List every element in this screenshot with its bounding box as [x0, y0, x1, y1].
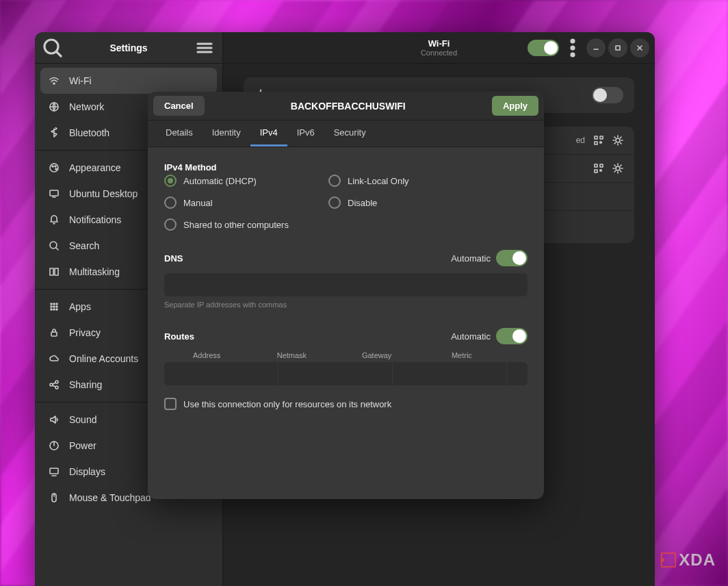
radio-label: Shared to other computers: [183, 220, 289, 230]
svg-rect-55: [600, 170, 601, 171]
sidebar-item-wi-fi[interactable]: Wi-Fi: [40, 68, 217, 94]
bluetooth-icon: [49, 127, 60, 138]
sidebar-item-label: Displays: [69, 466, 105, 477]
maximize-icon: [614, 44, 621, 51]
ipv4-method-disable[interactable]: Disable: [328, 196, 452, 209]
radio-label: Manual: [183, 198, 213, 208]
svg-point-17: [51, 303, 52, 305]
sidebar-search-button[interactable]: [42, 37, 64, 59]
more-vertical-icon: [562, 37, 584, 59]
dialog-header: Cancel BACKOFFBACCHUSWIFI Apply: [148, 92, 544, 120]
dns-automatic-label: Automatic: [451, 253, 491, 264]
hamburger-icon: [194, 37, 216, 59]
ipv4-method-label: IPv4 Method: [164, 162, 246, 173]
airplane-toggle[interactable]: [592, 87, 623, 103]
tab-identity[interactable]: Identity: [203, 120, 250, 146]
mouse-icon: [49, 492, 60, 503]
sidebar-item-label: Mouse & Touchpad: [69, 492, 151, 503]
dialog-title: BACKOFFBACCHUSWIFI: [205, 101, 492, 112]
svg-point-8: [52, 166, 53, 167]
sidebar-item-label: Privacy: [69, 327, 101, 338]
cloud-icon: [49, 353, 60, 364]
sidebar-item-label: Apps: [69, 301, 91, 312]
radio-icon: [164, 196, 177, 209]
routes-label: Routes: [164, 331, 451, 342]
apply-button[interactable]: Apply: [492, 96, 538, 116]
sidebar-menu-button[interactable]: [194, 37, 216, 59]
route-metric-input[interactable]: [507, 362, 528, 385]
tab-details[interactable]: Details: [156, 120, 203, 146]
dns-input[interactable]: [164, 273, 528, 296]
sidebar-item-label: Sound: [69, 414, 96, 425]
sidebar-item-label: Wi-Fi: [69, 75, 92, 86]
svg-rect-26: [51, 332, 57, 336]
tab-security[interactable]: Security: [324, 120, 376, 146]
ipv4-method-manual[interactable]: Manual: [164, 196, 328, 209]
cancel-button[interactable]: Cancel: [153, 96, 205, 116]
connection-only-checkbox[interactable]: [164, 398, 177, 410]
routes-row: [164, 362, 528, 385]
header-subtitle: Connected: [421, 49, 457, 57]
svg-point-40: [571, 53, 574, 56]
svg-line-1: [57, 52, 61, 56]
dialog-tabs: DetailsIdentityIPv4IPv6Security: [148, 120, 544, 147]
sidebar-item-label: Notifications: [69, 214, 121, 225]
apps-icon: [49, 301, 60, 312]
routes-header-metric: Metric: [419, 351, 504, 362]
wifi-toggle[interactable]: [528, 40, 559, 56]
svg-rect-34: [50, 468, 58, 474]
route-netmask-input[interactable]: [278, 362, 393, 385]
routes-header-gateway: Gateway: [335, 351, 419, 362]
svg-point-25: [56, 309, 57, 310]
dns-label: DNS: [164, 253, 451, 264]
ipv4-method-automatic-dhcp-[interactable]: Automatic (DHCP): [164, 175, 328, 187]
svg-rect-16: [55, 268, 58, 275]
connection-only-checkbox-row[interactable]: Use this connection only for resources o…: [164, 398, 528, 410]
search-icon: [42, 37, 64, 59]
sharing-icon: [49, 379, 60, 390]
wifi-connected-badge: ed: [576, 136, 585, 145]
xda-text: XDA: [679, 550, 716, 570]
svg-line-30: [53, 383, 55, 384]
dns-automatic-toggle[interactable]: [496, 250, 528, 266]
window-minimize-button[interactable]: [586, 38, 606, 58]
tab-ipv4[interactable]: IPv4: [250, 120, 287, 146]
tab-ipv6[interactable]: IPv6: [287, 120, 324, 146]
main-header: Wi-Fi Connected: [223, 32, 655, 64]
qr-icon[interactable]: [593, 163, 604, 174]
appearance-icon: [49, 162, 60, 173]
dns-hint: Separate IP addresses with commas: [164, 301, 528, 309]
connection-only-label: Use this connection only for resources o…: [183, 399, 391, 409]
svg-point-39: [571, 47, 574, 49]
sound-icon: [49, 414, 60, 425]
header-title: Wi-Fi: [421, 38, 457, 49]
sidebar-item-label: Multitasking: [69, 266, 120, 277]
sidebar-header: Settings: [35, 32, 222, 64]
routes-automatic-toggle[interactable]: [496, 328, 528, 344]
search-icon: [49, 240, 60, 251]
route-address-input[interactable]: [164, 362, 278, 385]
header-more-button[interactable]: [562, 37, 584, 59]
ipv4-method-link-local-only[interactable]: Link-Local Only: [328, 175, 452, 187]
gear-icon[interactable]: [612, 163, 623, 174]
radio-label: Disable: [348, 198, 377, 208]
window-close-button[interactable]: [630, 38, 649, 58]
svg-point-18: [53, 303, 55, 305]
route-gateway-input[interactable]: [393, 362, 507, 385]
radio-icon: [328, 196, 341, 209]
radio-icon: [164, 218, 177, 231]
svg-point-9: [55, 166, 56, 167]
sidebar-item-label: Ubuntu Desktop: [69, 188, 138, 199]
qr-icon[interactable]: [593, 135, 604, 146]
gear-icon[interactable]: [612, 135, 623, 146]
header-title-block: Wi-Fi Connected: [421, 38, 457, 57]
svg-rect-11: [50, 190, 58, 196]
svg-point-10: [55, 168, 57, 170]
ipv4-method-shared-to-other-computers[interactable]: Shared to other computers: [164, 218, 452, 231]
svg-point-22: [56, 306, 57, 307]
sidebar-item-label: Power: [69, 440, 96, 451]
svg-point-50: [616, 138, 620, 142]
window-maximize-button[interactable]: [608, 38, 627, 58]
privacy-icon: [49, 327, 60, 338]
minimize-icon: [593, 44, 599, 51]
